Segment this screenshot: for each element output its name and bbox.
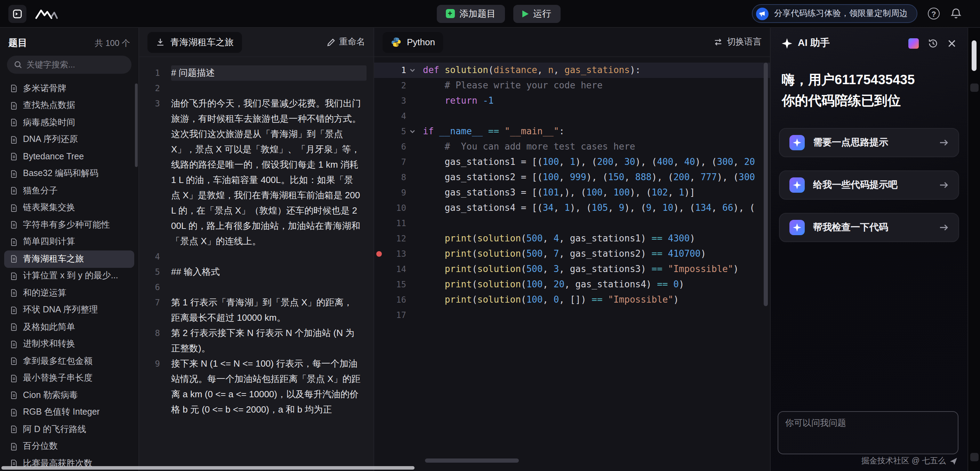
history-icon[interactable] xyxy=(928,38,938,48)
close-icon[interactable] xyxy=(947,38,956,48)
sidebar-item[interactable]: 字符串有多少种可能性 xyxy=(4,216,134,234)
brand-logo[interactable] xyxy=(35,7,60,20)
problem-title-pill[interactable]: 青海湖租车之旅 xyxy=(148,32,242,53)
sidebar-item[interactable]: 及格如此简单 xyxy=(4,319,134,336)
code-line-text[interactable] xyxy=(423,216,770,231)
rename-button[interactable]: 重命名 xyxy=(326,36,365,48)
code-line-text[interactable]: # Please write your code here xyxy=(423,78,770,93)
code-line-text[interactable]: print(solution(500, 7, gas_stations2) ==… xyxy=(423,246,770,262)
sidebar-item[interactable]: Base32 编码和解码 xyxy=(4,165,134,182)
code-line-text[interactable]: gas_stations2 = [(100, 999), (150, 888),… xyxy=(423,170,770,185)
fold-gutter[interactable] xyxy=(406,292,419,307)
code-line-text[interactable] xyxy=(423,108,770,124)
fold-gutter[interactable] xyxy=(406,307,419,323)
sidebar-scrollbar[interactable] xyxy=(135,83,138,167)
breakpoint-gutter[interactable] xyxy=(374,78,384,93)
notifications-button[interactable] xyxy=(950,8,962,19)
breakpoint-gutter[interactable] xyxy=(374,292,384,307)
page-scrollbar[interactable] xyxy=(972,40,977,71)
ai-suggestion-button[interactable]: 帮我检查一下代码 xyxy=(779,213,959,242)
breakpoint-gutter[interactable] xyxy=(374,139,384,154)
rail-chat-icon[interactable] xyxy=(970,453,978,461)
chevron-down-icon[interactable] xyxy=(409,128,416,135)
breakpoint-gutter[interactable] xyxy=(374,170,384,185)
code-line[interactable]: 16 print(solution(100, 0, []) == "Imposs… xyxy=(374,292,770,307)
code-line-text[interactable]: if __name__ == "__main__": xyxy=(423,124,770,139)
fold-gutter[interactable] xyxy=(406,277,419,292)
code-line-text[interactable]: print(solution(100, 20, gas_stations4) =… xyxy=(423,277,770,292)
breakpoint-gutter[interactable] xyxy=(374,124,384,139)
code-line[interactable]: 5 if __name__ == "__main__": xyxy=(374,124,770,139)
editor-vertical-scrollbar[interactable] xyxy=(764,63,768,306)
window-horizontal-scrollbar[interactable] xyxy=(2,466,415,469)
fold-gutter[interactable] xyxy=(406,139,419,154)
ai-input[interactable] xyxy=(785,417,951,448)
ai-suggestion-button[interactable]: 给我一些代码提示吧 xyxy=(779,170,959,200)
fold-gutter[interactable] xyxy=(406,200,419,216)
fold-gutter[interactable] xyxy=(406,124,419,139)
breakpoint-gutter[interactable] xyxy=(374,262,384,277)
ai-suggestion-button[interactable]: 需要一点思路提示 xyxy=(779,128,959,157)
breakpoint-gutter[interactable] xyxy=(374,231,384,246)
fold-gutter[interactable] xyxy=(406,154,419,170)
breakpoint-gutter[interactable] xyxy=(374,216,384,231)
add-problem-button[interactable]: 添加题目 xyxy=(436,5,504,22)
sidebar-item[interactable]: 链表聚集交换 xyxy=(4,199,134,216)
search-input[interactable] xyxy=(26,60,124,70)
sidebar-item[interactable]: 阿 D 的飞行路线 xyxy=(4,421,134,438)
breakpoint-gutter[interactable] xyxy=(374,277,384,292)
code-line[interactable]: 2 # Please write your code here xyxy=(374,78,770,93)
sidebar-item[interactable]: 计算位置 x 到 y 的最少... xyxy=(4,267,134,285)
sidebar-item[interactable]: 和的逆运算 xyxy=(4,285,134,302)
sidebar-item[interactable]: 多米诺骨牌 xyxy=(4,80,134,97)
breakpoint-gutter[interactable] xyxy=(374,93,384,108)
code-line[interactable]: 11 xyxy=(374,216,770,231)
language-pill[interactable]: Python xyxy=(383,32,444,53)
code-line-text[interactable]: # You can add more test cases here xyxy=(423,139,770,154)
problem-content[interactable]: 1 # 问题描述 2 3 油价飞升的今天，我们尽量减少花费。我们出门旅游，有时候… xyxy=(139,57,374,471)
sidebar-item[interactable]: 简单四则计算 xyxy=(4,234,134,250)
fold-gutter[interactable] xyxy=(406,93,419,108)
sidebar-item[interactable]: 进制求和转换 xyxy=(4,336,134,353)
code-line[interactable]: 6 # You can add more test cases here xyxy=(374,139,770,154)
fold-gutter[interactable] xyxy=(406,246,419,262)
code-line-text[interactable]: print(solution(100, 0, []) == "Impossibl… xyxy=(423,292,770,307)
code-line[interactable]: 7 gas_stations1 = [(100, 1), (200, 30), … xyxy=(374,154,770,170)
code-line[interactable]: 3 return -1 xyxy=(374,93,770,108)
fold-gutter[interactable] xyxy=(406,216,419,231)
breakpoint-gutter[interactable] xyxy=(374,185,384,200)
code-line[interactable]: 13 print(solution(500, 7, gas_stations2)… xyxy=(374,246,770,262)
app-logo[interactable] xyxy=(8,5,26,22)
code-line[interactable]: 15 print(solution(100, 20, gas_stations4… xyxy=(374,277,770,292)
code-line-text[interactable]: gas_stations4 = [(34, 1), (105, 9), (9, … xyxy=(423,200,770,216)
fold-gutter[interactable] xyxy=(406,170,419,185)
breakpoint-gutter[interactable] xyxy=(374,200,384,216)
code-line[interactable]: 17 xyxy=(374,307,770,323)
promo-banner[interactable]: 分享代码练习体验，领限量定制周边 xyxy=(752,4,917,23)
ai-input-box[interactable] xyxy=(778,411,958,454)
sidebar-item[interactable]: 环状 DNA 序列整理 xyxy=(4,302,134,319)
code-line-text[interactable]: print(solution(500, 4, gas_stations1) ==… xyxy=(423,231,770,246)
code-line-text[interactable]: gas_stations1 = [(100, 1), (200, 30), (4… xyxy=(423,154,770,170)
sidebar-item[interactable]: Bytedance Tree xyxy=(4,148,134,165)
editor-horizontal-scrollbar[interactable] xyxy=(425,458,519,463)
breakpoint-gutter[interactable] xyxy=(374,108,384,124)
code-line[interactable]: 14 print(solution(500, 3, gas_stations3)… xyxy=(374,262,770,277)
code-line[interactable]: 8 gas_stations2 = [(100, 999), (150, 888… xyxy=(374,170,770,185)
sidebar-item[interactable]: 青海湖租车之旅 xyxy=(4,250,134,267)
sidebar-item[interactable]: 拿到最多红包金额 xyxy=(4,353,134,370)
code-line[interactable]: 4 xyxy=(374,108,770,124)
fold-gutter[interactable] xyxy=(406,185,419,200)
help-button[interactable] xyxy=(928,8,940,19)
breakpoint-gutter[interactable] xyxy=(374,154,384,170)
code-line[interactable]: 12 print(solution(500, 4, gas_stations1)… xyxy=(374,231,770,246)
code-line-text[interactable]: gas_stations3 = [(101,), (100, 100), (10… xyxy=(423,185,770,200)
fold-gutter[interactable] xyxy=(406,63,419,78)
fold-gutter[interactable] xyxy=(406,108,419,124)
sidebar-item[interactable]: 百分位数 xyxy=(4,438,134,455)
fold-gutter[interactable] xyxy=(406,262,419,277)
sidebar-item[interactable]: RGB 色值转 Integer xyxy=(4,404,134,421)
fold-gutter[interactable] xyxy=(406,231,419,246)
fold-gutter[interactable] xyxy=(406,78,419,93)
switch-language-button[interactable]: 切换语言 xyxy=(714,36,762,48)
